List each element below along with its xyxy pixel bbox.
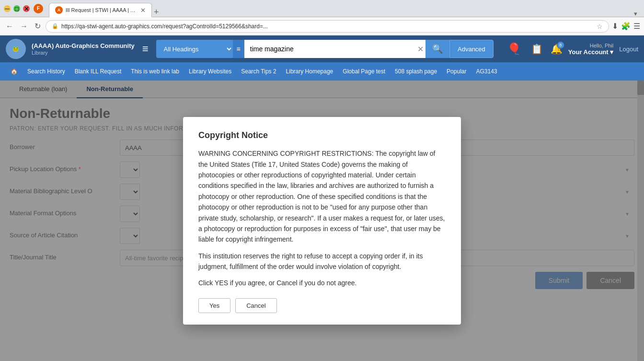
sidebar-item-global-page[interactable]: Global Page test [338, 63, 390, 80]
forward-button[interactable]: → [18, 21, 30, 32]
sidebar-item-library-homepage[interactable]: Library Homepage [281, 63, 338, 80]
modal-footer: Yes Cancel [198, 298, 446, 313]
logout-button[interactable]: Logout [619, 46, 638, 53]
bookmark-icon[interactable]: ☆ [597, 23, 603, 30]
sidebar-item-weblink-lab[interactable]: This is web link lab [126, 63, 184, 80]
tab-favicon: A [55, 6, 63, 14]
search-go-button[interactable]: 🔍 [426, 40, 449, 58]
modal-dialog: Copyright Notice WARNING CONCERNING COPY… [183, 117, 461, 325]
header-right: 🎈 📋 🔔 8 Hello, Phil Your Account ▾ Logou… [505, 41, 638, 57]
maximize-button[interactable]: □ [13, 5, 20, 12]
sidebar-item-blank-ill[interactable]: Blank ILL Request [70, 63, 126, 80]
sidebar-item-popular[interactable]: Popular [442, 63, 471, 80]
browser-titlebar: ─ □ ✕ F A IIl Request | STWI | AAAA | Au… [0, 0, 644, 17]
tab-bar: A IIl Request | STWI | AAAA | Auto... ✕ … [45, 0, 640, 17]
modal-body: WARNING CONCERNING COPYRIGHT RESTRICTION… [198, 148, 446, 289]
greeting-text: Hello, Phil [568, 43, 613, 48]
search-clear-button[interactable]: ✕ [417, 45, 424, 54]
balloon-icon-button[interactable]: 🎈 [505, 41, 523, 57]
sidebar-item-ag3143[interactable]: AG3143 [471, 63, 502, 80]
tab-title: IIl Request | STWI | AAAA | Auto... [66, 7, 138, 13]
url-text: https://qa-stwi-agent.auto-graphics.com/… [61, 23, 594, 30]
account-info: Hello, Phil Your Account ▾ [568, 43, 613, 56]
modal-body-p3: Click YES if you agree, or Cancel if you… [198, 278, 446, 288]
modal-body-p1: WARNING CONCERNING COPYRIGHT RESTRICTION… [198, 148, 446, 245]
tab-extra-controls: ▾ [631, 10, 640, 17]
new-tab-button[interactable]: + [154, 7, 159, 17]
logo-initials: 🐸 [12, 46, 19, 52]
sidebar-item-home[interactable]: 🏠 [6, 63, 23, 80]
security-icon: 🔒 [52, 23, 58, 29]
search-input-wrap: ✕ [244, 40, 426, 58]
browser-toolbar-right: ⬇ 🧩 ☰ [612, 22, 640, 31]
browser-icon: F [34, 4, 43, 13]
reload-button[interactable]: ↻ [33, 21, 43, 32]
modal-title: Copyright Notice [198, 130, 446, 140]
account-dropdown-button[interactable]: Your Account ▾ [568, 48, 613, 56]
url-bar[interactable]: 🔒 https://qa-stwi-agent.auto-graphics.co… [46, 20, 609, 33]
address-bar: ← → ↻ 🔒 https://qa-stwi-agent.auto-graph… [0, 17, 644, 35]
search-type-dropdown[interactable]: All Headings Title Author Subject ISBN/I… [156, 40, 233, 58]
active-tab[interactable]: A IIl Request | STWI | AAAA | Auto... ✕ [49, 3, 152, 17]
sidebar-item-splash-page[interactable]: 508 splash page [390, 63, 442, 80]
app-header: 🐸 (AAAA) Auto-Graphics Community Library… [0, 35, 644, 62]
sidebar-item-search-tips[interactable]: Search Tips 2 [236, 63, 281, 80]
tab-close-button[interactable]: ✕ [140, 7, 146, 14]
org-name: (AAAA) Auto-Graphics Community [32, 42, 135, 50]
window-controls: ─ □ ✕ [4, 5, 30, 12]
app-logo: 🐸 [6, 39, 26, 59]
modal-cancel-button[interactable]: Cancel [235, 298, 276, 313]
minimize-button[interactable]: ─ [4, 5, 11, 12]
close-button[interactable]: ✕ [23, 5, 30, 12]
menu-button[interactable]: ☰ [633, 22, 640, 31]
header-icon-btn[interactable]: ≡ [140, 42, 150, 56]
sidebar-item-library-websites[interactable]: Library Websites [184, 63, 236, 80]
app-navbar: 🏠 Search History Blank ILL Request This … [0, 62, 644, 81]
main-content: Returnable (loan) Non-Returnable Non-Ret… [0, 81, 644, 361]
search-bar: All Headings Title Author Subject ISBN/I… [156, 40, 494, 58]
notifications-button[interactable]: 🔔 8 [551, 43, 563, 55]
downloads-button[interactable]: ⬇ [612, 22, 618, 31]
search-input[interactable] [244, 40, 426, 58]
notes-icon-button[interactable]: 📋 [529, 42, 545, 56]
org-info: (AAAA) Auto-Graphics Community Library [32, 42, 135, 56]
modal-overlay: Copyright Notice WARNING CONCERNING COPY… [0, 81, 644, 361]
modal-yes-button[interactable]: Yes [198, 298, 230, 313]
search-filter-button[interactable]: ≡ [233, 40, 244, 58]
org-sub: Library [32, 50, 135, 56]
sidebar-item-search-history[interactable]: Search History [23, 63, 70, 80]
back-button[interactable]: ← [4, 21, 15, 32]
advanced-search-button[interactable]: Advanced [449, 40, 494, 58]
tab-list-button[interactable]: ▾ [631, 10, 640, 17]
notifications-badge: 8 [557, 41, 564, 49]
modal-body-p2: This institution reserves the right to r… [198, 251, 446, 272]
extensions-button[interactable]: 🧩 [621, 22, 631, 31]
